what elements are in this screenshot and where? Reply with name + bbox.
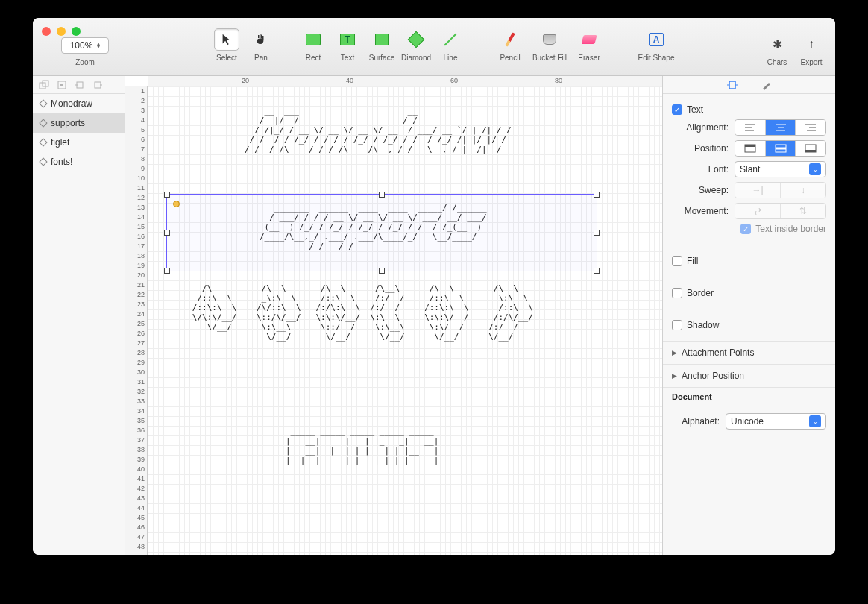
sweep-right-button: →|	[735, 183, 781, 198]
tab-pencil-icon[interactable]	[761, 80, 773, 90]
diamond-icon	[39, 99, 47, 107]
layer-item[interactable]: supports	[33, 113, 125, 133]
text-label: Text	[687, 104, 703, 115]
svg-rect-6	[729, 81, 735, 89]
tool-group-right: ✱Chars ↑Export	[762, 33, 826, 66]
ruler-vertical: 1234567891011121314151617181920212223242…	[125, 86, 148, 555]
resize-handle-n[interactable]	[379, 192, 385, 198]
tool-text[interactable]: TText	[333, 28, 362, 62]
zoom-label: Zoom	[40, 58, 130, 66]
zoom-window-button[interactable]	[72, 27, 81, 36]
export-icon: ↑	[808, 37, 814, 51]
position-middle-button[interactable]	[766, 141, 796, 156]
dropdown-icon: ⌄	[809, 163, 821, 175]
svg-rect-4	[77, 82, 83, 88]
resize-handle-sw[interactable]	[164, 268, 170, 274]
inspector-tabs	[663, 76, 835, 94]
resize-handle-e[interactable]	[594, 230, 600, 236]
resize-handle-se[interactable]	[594, 268, 600, 274]
tool-pan[interactable]: Pan	[246, 28, 276, 62]
sweep-down-button: ↓	[781, 183, 825, 198]
layer-item[interactable]: figlet	[33, 133, 125, 152]
layer-item[interactable]: Monodraw	[33, 94, 125, 113]
send-backward-icon[interactable]	[92, 80, 103, 90]
minimize-window-button[interactable]	[57, 27, 66, 36]
layers-toolbar	[33, 76, 125, 94]
alphabet-select[interactable]: Unicode ⌄	[726, 413, 826, 430]
tool-diamond[interactable]: Diamond	[401, 28, 431, 62]
text-inside-border-label: Text inside border	[755, 224, 826, 234]
tool-rect[interactable]: Rect	[298, 28, 328, 62]
tool-bucket-fill[interactable]: Bucket Fill	[529, 28, 570, 62]
resize-handle-s[interactable]	[379, 268, 385, 274]
layer-icon-2[interactable]	[57, 80, 67, 90]
tool-surface[interactable]: Surface	[367, 28, 397, 62]
movement-label: Movement:	[672, 206, 729, 216]
ascii-figlet: /\ /\ \ /\ \ /\__\ /\ \ /\ \ /::\ \ _\:\…	[177, 283, 533, 342]
tool-group-shapes: Rect TText Surface Diamond Line	[298, 28, 465, 62]
text-inside-border-checkbox: ✓	[740, 224, 751, 234]
movement-control: ⇄ ⇅	[735, 203, 826, 219]
fill-section: Fill	[663, 245, 835, 277]
anchor-section[interactable]: ▶Anchor Position	[663, 365, 835, 388]
resize-handle-w[interactable]	[164, 230, 170, 236]
tool-line[interactable]: Line	[435, 28, 465, 62]
font-select[interactable]: Slant ⌄	[735, 161, 826, 177]
tool-edit-shape[interactable]: AEdit Shape	[634, 28, 679, 62]
svg-rect-5	[95, 82, 101, 88]
canvas[interactable]: 20 40 60 80 1234567891011121314151617181…	[125, 76, 662, 555]
text-checkbox[interactable]: ✓	[672, 104, 682, 115]
bring-forward-icon[interactable]	[75, 80, 85, 90]
zoom-stepper[interactable]: 100% ▴▾	[61, 37, 109, 54]
tool-group-select: Select Pan	[212, 28, 276, 62]
align-center-button[interactable]	[766, 120, 796, 135]
ruler-horizontal: 20 40 60 80	[148, 76, 662, 86]
tool-eraser[interactable]: Eraser	[574, 28, 604, 62]
fill-checkbox[interactable]	[672, 256, 682, 266]
tool-pencil[interactable]: Pencil	[495, 28, 525, 62]
align-left-button[interactable]	[735, 120, 766, 135]
position-top-button[interactable]	[735, 141, 766, 156]
svg-rect-17	[745, 145, 755, 147]
border-checkbox[interactable]	[672, 288, 682, 298]
diamond-icon	[39, 157, 47, 166]
shadow-checkbox[interactable]	[672, 320, 682, 330]
close-window-button[interactable]	[42, 27, 51, 36]
star-icon: ✱	[773, 37, 782, 51]
tool-export[interactable]: ↑Export	[796, 33, 826, 66]
alphabet-label: Alphabet:	[672, 416, 720, 427]
movement-h-button: ⇄	[735, 204, 781, 218]
stepper-caret-icon: ▴▾	[97, 43, 100, 48]
zoom-group: 100% ▴▾ Zoom	[40, 37, 130, 66]
inspector-panel: ✓ Text Alignment: Position:	[662, 76, 835, 555]
rotate-handle[interactable]	[173, 201, 180, 207]
tool-select[interactable]: Select	[212, 28, 242, 62]
position-label: Position:	[672, 143, 729, 154]
selection-box[interactable]	[166, 194, 597, 271]
layer-item[interactable]: fonts!	[33, 152, 125, 172]
window-controls	[42, 27, 81, 36]
tool-group-edit: AEdit Shape	[634, 28, 679, 62]
alignment-control[interactable]	[735, 119, 826, 136]
movement-v-button: ⇅	[781, 204, 825, 218]
resize-handle-nw[interactable]	[164, 192, 170, 198]
attachment-section[interactable]: ▶Attachment Points	[663, 342, 835, 365]
font-label: Font:	[672, 164, 729, 174]
document-header: Document	[663, 388, 835, 403]
disclosure-triangle-icon: ▶	[672, 349, 677, 356]
body: Monodraw supports figlet fonts! 20 40 60…	[33, 76, 835, 555]
align-right-button[interactable]	[796, 120, 825, 135]
position-bottom-button[interactable]	[796, 141, 825, 156]
position-control[interactable]	[735, 140, 826, 157]
svg-rect-21	[805, 150, 816, 152]
tab-style-icon[interactable]	[726, 80, 739, 90]
layer-icon[interactable]	[39, 80, 49, 90]
tool-group-draw: Pencil Bucket Fill Eraser	[495, 28, 604, 62]
shadow-section: Shadow	[663, 309, 835, 342]
resize-handle-ne[interactable]	[594, 192, 600, 198]
tool-chars[interactable]: ✱Chars	[762, 33, 792, 66]
text-section: ✓ Text Alignment: Position:	[663, 94, 835, 245]
border-section: Border	[663, 277, 835, 309]
app-window: 100% ▴▾ Zoom Select Pan Rect TText Surfa…	[33, 18, 835, 555]
diamond-icon	[39, 138, 47, 146]
